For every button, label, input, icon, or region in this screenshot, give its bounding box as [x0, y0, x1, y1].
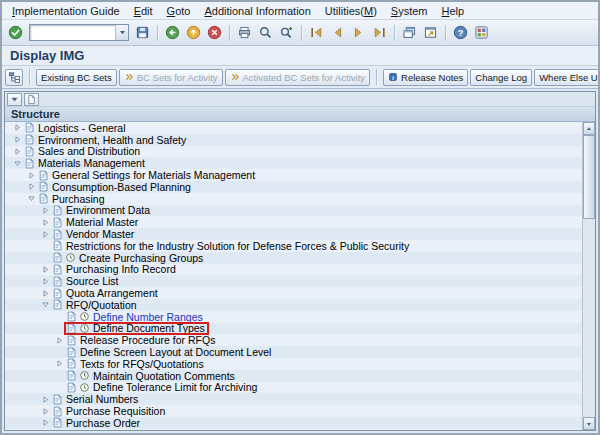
tree-row-serial-numbers[interactable]: Serial Numbers: [5, 393, 582, 405]
expand-arrow-icon[interactable]: [39, 288, 51, 299]
save-icon[interactable]: [132, 22, 153, 43]
back-icon[interactable]: [162, 22, 183, 43]
tree-row-define-tolerance-limit-for-archiving[interactable]: Define Tolerance Limit for Archiving: [5, 382, 582, 394]
execute-activity-icon: [79, 311, 90, 322]
next-page-icon[interactable]: [348, 22, 369, 43]
tree-row-vendor-master[interactable]: Vendor Master: [5, 228, 582, 240]
img-node-icon: [38, 181, 49, 192]
find-next-icon[interactable]: [276, 22, 297, 43]
tree-row-purchasing-info-record[interactable]: Purchasing Info Record: [5, 264, 582, 276]
tree-row-purchase-requisition[interactable]: Purchase Requisition: [5, 405, 582, 417]
node-label: Material Master: [65, 216, 138, 228]
expand-arrow-icon[interactable]: [53, 358, 65, 369]
execute-activity-icon: [79, 370, 90, 381]
menu-system[interactable]: System: [384, 4, 435, 18]
tree-row-environment-health-and-safety[interactable]: Environment, Health and Safety: [5, 134, 582, 146]
tree-row-purchasing[interactable]: Purchasing: [5, 193, 582, 205]
expand-arrow-icon[interactable]: [25, 181, 37, 192]
vertical-scrollbar[interactable]: [582, 122, 595, 430]
previous-page-icon[interactable]: [327, 22, 348, 43]
release-notes-button[interactable]: iRelease Notes: [383, 69, 468, 86]
expand-arrow-icon[interactable]: [11, 146, 23, 157]
node-label: Define Document Types: [92, 322, 205, 334]
enter-icon[interactable]: [5, 22, 26, 43]
expand-arrow-icon[interactable]: [11, 122, 23, 133]
menu-utilities-m[interactable]: Utilities(M): [318, 4, 384, 18]
selection-mode-icon[interactable]: [7, 93, 22, 106]
node-content: Release Procedure for RFQs: [65, 334, 218, 346]
expand-arrow-icon[interactable]: [39, 276, 51, 287]
bc-sets-for-activity-button[interactable]: BC Sets for Activity: [119, 69, 223, 86]
find-icon[interactable]: [255, 22, 276, 43]
change-log-button[interactable]: Change Log: [470, 69, 532, 86]
collapse-arrow-icon[interactable]: [25, 193, 37, 204]
expand-arrow-icon[interactable]: [39, 229, 51, 240]
node-content: Purchasing: [37, 193, 108, 205]
menu-help[interactable]: Help: [435, 4, 472, 18]
img-node-icon: [52, 299, 63, 310]
tree-row-texts-for-rfqs-quotations[interactable]: Texts for RFQs/Quotations: [5, 358, 582, 370]
menu-implementation-guide[interactable]: Implementation Guide: [5, 4, 127, 18]
scroll-down-icon[interactable]: [583, 417, 595, 430]
node-content: Environment Data: [51, 205, 153, 217]
activated-bc-sets-for-activity-button[interactable]: Activated BC Sets for Activity: [225, 69, 371, 86]
print-icon[interactable]: [234, 22, 255, 43]
collapse-arrow-icon[interactable]: [11, 158, 23, 169]
tree-row-release-procedure-for-rfqs[interactable]: Release Procedure for RFQs: [5, 334, 582, 346]
expand-arrow-icon[interactable]: [39, 394, 51, 405]
tree-row-materials-management[interactable]: Materials Management: [5, 157, 582, 169]
scroll-up-icon[interactable]: [583, 122, 595, 135]
img-structure-icon[interactable]: [5, 69, 23, 86]
menu-additional-information[interactable]: Additional Information: [197, 4, 317, 18]
last-page-icon[interactable]: [369, 22, 390, 43]
node-label: Quota Arrangement: [65, 287, 158, 299]
double-chevron-icon: [124, 72, 134, 82]
tree-row-create-purchasing-groups[interactable]: Create Purchasing Groups: [5, 252, 582, 264]
node-page-icon[interactable]: [24, 93, 39, 106]
expand-arrow-icon[interactable]: [11, 134, 23, 145]
first-page-icon[interactable]: [306, 22, 327, 43]
customize-layout-icon[interactable]: [471, 22, 492, 43]
tree-row-maintain-quotation-comments[interactable]: Maintain Quotation Comments: [5, 370, 582, 382]
tree-row-quota-arrangement[interactable]: Quota Arrangement: [5, 287, 582, 299]
tree-row-rfq-quotation[interactable]: RFQ/Quotation: [5, 299, 582, 311]
expand-arrow-icon[interactable]: [53, 335, 65, 346]
tree-row-define-number-ranges[interactable]: Define Number Ranges: [5, 311, 582, 323]
node-label: Consumption-Based Planning: [51, 181, 191, 193]
command-input[interactable]: [30, 25, 115, 40]
img-node-icon: [52, 394, 63, 405]
tree-row-environment-data[interactable]: Environment Data: [5, 205, 582, 217]
command-dropdown-icon[interactable]: [115, 25, 128, 40]
expand-arrow-icon[interactable]: [39, 417, 51, 428]
tree-row-general-settings-for-materials-management[interactable]: General Settings for Materials Managemen…: [5, 169, 582, 181]
expand-arrow-icon[interactable]: [39, 264, 51, 275]
expand-arrow-icon[interactable]: [39, 406, 51, 417]
cancel-icon[interactable]: [204, 22, 225, 43]
tree-row-consumption-based-planning[interactable]: Consumption-Based Planning: [5, 181, 582, 193]
img-node-icon: [66, 311, 77, 322]
exit-icon[interactable]: [183, 22, 204, 43]
scrollbar-thumb[interactable]: [583, 135, 595, 219]
img-node-icon: [66, 335, 77, 346]
create-shortcut-icon[interactable]: [420, 22, 441, 43]
tree-row-sales-and-distribution[interactable]: Sales and Distribution: [5, 146, 582, 158]
tree-row-material-master[interactable]: Material Master: [5, 216, 582, 228]
new-session-icon[interactable]: [399, 22, 420, 43]
help-icon[interactable]: ?: [450, 22, 471, 43]
tree-row-define-screen-layout-at-document-level[interactable]: Define Screen Layout at Document Level: [5, 346, 582, 358]
expand-arrow-icon[interactable]: [25, 170, 37, 181]
expand-arrow-icon[interactable]: [39, 205, 51, 216]
tree-row-define-document-types[interactable]: Define Document Types: [5, 323, 582, 335]
tree-row-logistics-general[interactable]: Logistics - General: [5, 122, 582, 134]
tree-row-purchase-order[interactable]: Purchase Order: [5, 417, 582, 429]
tree-row-restrictions-for-the-industry-solution-for-defense-forces-public-security[interactable]: Restrictions for the Industry Solution f…: [5, 240, 582, 252]
existing-bc-sets-button[interactable]: Existing BC Sets: [36, 69, 117, 86]
img-node-icon: [52, 252, 63, 263]
tree-header: Structure: [5, 107, 595, 122]
where-else-used-button[interactable]: Where Else Used: [534, 69, 600, 86]
menu-edit[interactable]: Edit: [127, 4, 160, 18]
menu-goto[interactable]: Goto: [160, 4, 198, 18]
expand-arrow-icon[interactable]: [39, 217, 51, 228]
collapse-arrow-icon[interactable]: [39, 299, 51, 310]
tree-row-source-list[interactable]: Source List: [5, 275, 582, 287]
